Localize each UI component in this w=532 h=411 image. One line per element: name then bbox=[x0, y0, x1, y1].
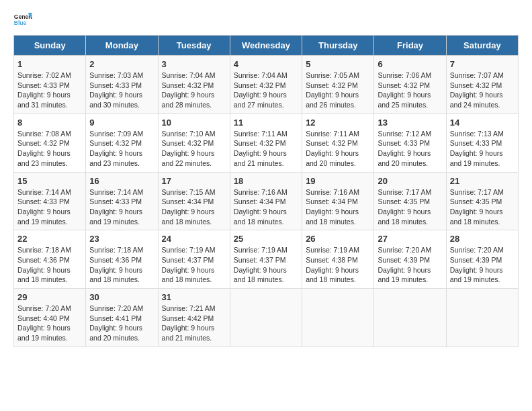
day-sunrise: Sunrise: 7:06 AMSunset: 4:32 PMDaylight:… bbox=[378, 71, 431, 109]
day-number: 26 bbox=[306, 234, 370, 244]
calendar-cell: 23 Sunrise: 7:18 AMSunset: 4:36 PMDaylig… bbox=[86, 230, 158, 289]
calendar-cell: 4 Sunrise: 7:04 AMSunset: 4:32 PMDayligh… bbox=[230, 56, 302, 114]
day-sunrise: Sunrise: 7:03 AMSunset: 4:33 PMDaylight:… bbox=[89, 71, 143, 109]
day-number: 29 bbox=[17, 292, 82, 302]
calendar-cell: 22 Sunrise: 7:18 AMSunset: 4:36 PMDaylig… bbox=[14, 230, 86, 289]
day-sunrise: Sunrise: 7:17 AMSunset: 4:35 PMDaylight:… bbox=[378, 188, 431, 226]
day-number: 13 bbox=[378, 118, 442, 128]
calendar-cell: 10 Sunrise: 7:10 AMSunset: 4:32 PMDaylig… bbox=[158, 113, 230, 172]
day-sunrise: Sunrise: 7:18 AMSunset: 4:36 PMDaylight:… bbox=[17, 246, 71, 283]
day-number: 20 bbox=[378, 176, 442, 186]
logo-icon: General Blue bbox=[13, 11, 32, 30]
day-sunrise: Sunrise: 7:04 AMSunset: 4:32 PMDaylight:… bbox=[234, 71, 287, 109]
calendar-cell: 12 Sunrise: 7:11 AMSunset: 4:32 PMDaylig… bbox=[302, 113, 374, 172]
calendar-cell: 16 Sunrise: 7:14 AMSunset: 4:33 PMDaylig… bbox=[86, 172, 158, 230]
day-sunrise: Sunrise: 7:14 AMSunset: 4:33 PMDaylight:… bbox=[17, 188, 71, 226]
calendar-cell: 25 Sunrise: 7:19 AMSunset: 4:37 PMDaylig… bbox=[230, 230, 302, 289]
day-sunrise: Sunrise: 7:19 AMSunset: 4:37 PMDaylight:… bbox=[162, 246, 216, 283]
day-sunrise: Sunrise: 7:11 AMSunset: 4:32 PMDaylight:… bbox=[306, 130, 359, 167]
day-header-tuesday: Tuesday bbox=[158, 36, 230, 56]
day-sunrise: Sunrise: 7:21 AMSunset: 4:42 PMDaylight:… bbox=[162, 304, 216, 342]
day-sunrise: Sunrise: 7:15 AMSunset: 4:34 PMDaylight:… bbox=[162, 188, 216, 226]
day-sunrise: Sunrise: 7:09 AMSunset: 4:32 PMDaylight:… bbox=[89, 130, 143, 167]
calendar-cell: 20 Sunrise: 7:17 AMSunset: 4:35 PMDaylig… bbox=[374, 172, 446, 230]
day-header-wednesday: Wednesday bbox=[230, 36, 302, 56]
calendar-cell: 21 Sunrise: 7:17 AMSunset: 4:35 PMDaylig… bbox=[446, 172, 518, 230]
calendar-wrapper: SundayMondayTuesdayWednesdayThursdayFrid… bbox=[13, 35, 519, 347]
day-sunrise: Sunrise: 7:16 AMSunset: 4:34 PMDaylight:… bbox=[234, 188, 287, 226]
svg-text:Blue: Blue bbox=[14, 19, 27, 26]
day-sunrise: Sunrise: 7:13 AMSunset: 4:33 PMDaylight:… bbox=[450, 130, 504, 167]
day-number: 16 bbox=[89, 176, 154, 186]
day-number: 7 bbox=[450, 59, 515, 69]
day-number: 2 bbox=[89, 59, 154, 69]
calendar-cell: 8 Sunrise: 7:08 AMSunset: 4:32 PMDayligh… bbox=[14, 113, 86, 172]
day-sunrise: Sunrise: 7:14 AMSunset: 4:33 PMDaylight:… bbox=[89, 188, 143, 226]
day-number: 3 bbox=[162, 59, 226, 69]
day-number: 30 bbox=[89, 292, 154, 302]
day-sunrise: Sunrise: 7:02 AMSunset: 4:33 PMDaylight:… bbox=[17, 71, 71, 109]
day-sunrise: Sunrise: 7:07 AMSunset: 4:32 PMDaylight:… bbox=[450, 71, 504, 109]
day-number: 12 bbox=[306, 118, 370, 128]
calendar-table: SundayMondayTuesdayWednesdayThursdayFrid… bbox=[13, 35, 519, 347]
calendar-cell bbox=[230, 289, 302, 347]
day-number: 23 bbox=[89, 234, 154, 244]
logo: General Blue bbox=[13, 11, 27, 30]
calendar-cell: 2 Sunrise: 7:03 AMSunset: 4:33 PMDayligh… bbox=[86, 56, 158, 114]
calendar-week-4: 22 Sunrise: 7:18 AMSunset: 4:36 PMDaylig… bbox=[14, 230, 519, 289]
calendar-cell: 9 Sunrise: 7:09 AMSunset: 4:32 PMDayligh… bbox=[86, 113, 158, 172]
day-sunrise: Sunrise: 7:18 AMSunset: 4:36 PMDaylight:… bbox=[89, 246, 143, 283]
calendar-cell: 31 Sunrise: 7:21 AMSunset: 4:42 PMDaylig… bbox=[158, 289, 230, 347]
day-sunrise: Sunrise: 7:20 AMSunset: 4:40 PMDaylight:… bbox=[17, 304, 71, 342]
day-sunrise: Sunrise: 7:20 AMSunset: 4:41 PMDaylight:… bbox=[89, 304, 143, 342]
calendar-cell: 6 Sunrise: 7:06 AMSunset: 4:32 PMDayligh… bbox=[374, 56, 446, 114]
days-header-row: SundayMondayTuesdayWednesdayThursdayFrid… bbox=[14, 36, 519, 56]
day-number: 24 bbox=[162, 234, 226, 244]
day-sunrise: Sunrise: 7:12 AMSunset: 4:33 PMDaylight:… bbox=[378, 130, 431, 167]
day-sunrise: Sunrise: 7:11 AMSunset: 4:32 PMDaylight:… bbox=[234, 130, 287, 167]
calendar-cell: 5 Sunrise: 7:05 AMSunset: 4:32 PMDayligh… bbox=[302, 56, 374, 114]
day-number: 9 bbox=[89, 118, 154, 128]
day-number: 25 bbox=[234, 234, 298, 244]
day-number: 11 bbox=[234, 118, 298, 128]
calendar-cell: 14 Sunrise: 7:13 AMSunset: 4:33 PMDaylig… bbox=[446, 113, 518, 172]
calendar-cell: 7 Sunrise: 7:07 AMSunset: 4:32 PMDayligh… bbox=[446, 56, 518, 114]
calendar-cell: 24 Sunrise: 7:19 AMSunset: 4:37 PMDaylig… bbox=[158, 230, 230, 289]
day-header-sunday: Sunday bbox=[14, 36, 86, 56]
day-sunrise: Sunrise: 7:17 AMSunset: 4:35 PMDaylight:… bbox=[450, 188, 504, 226]
day-number: 10 bbox=[162, 118, 226, 128]
day-sunrise: Sunrise: 7:20 AMSunset: 4:39 PMDaylight:… bbox=[378, 246, 431, 283]
day-header-monday: Monday bbox=[86, 36, 158, 56]
day-number: 17 bbox=[162, 176, 226, 186]
day-number: 1 bbox=[17, 59, 82, 69]
day-number: 21 bbox=[450, 176, 515, 186]
day-number: 19 bbox=[306, 176, 370, 186]
day-number: 6 bbox=[378, 59, 442, 69]
calendar-cell: 11 Sunrise: 7:11 AMSunset: 4:32 PMDaylig… bbox=[230, 113, 302, 172]
day-number: 14 bbox=[450, 118, 515, 128]
day-number: 27 bbox=[378, 234, 442, 244]
calendar-cell: 29 Sunrise: 7:20 AMSunset: 4:40 PMDaylig… bbox=[14, 289, 86, 347]
day-number: 31 bbox=[162, 292, 226, 302]
day-number: 15 bbox=[17, 176, 82, 186]
day-sunrise: Sunrise: 7:04 AMSunset: 4:32 PMDaylight:… bbox=[162, 71, 216, 109]
page-header: General Blue bbox=[13, 11, 519, 30]
calendar-week-5: 29 Sunrise: 7:20 AMSunset: 4:40 PMDaylig… bbox=[14, 289, 519, 347]
calendar-cell: 30 Sunrise: 7:20 AMSunset: 4:41 PMDaylig… bbox=[86, 289, 158, 347]
calendar-week-1: 1 Sunrise: 7:02 AMSunset: 4:33 PMDayligh… bbox=[14, 56, 519, 114]
calendar-cell bbox=[446, 289, 518, 347]
calendar-cell bbox=[374, 289, 446, 347]
calendar-cell: 27 Sunrise: 7:20 AMSunset: 4:39 PMDaylig… bbox=[374, 230, 446, 289]
day-sunrise: Sunrise: 7:10 AMSunset: 4:32 PMDaylight:… bbox=[162, 130, 216, 167]
calendar-cell: 28 Sunrise: 7:20 AMSunset: 4:39 PMDaylig… bbox=[446, 230, 518, 289]
day-sunrise: Sunrise: 7:19 AMSunset: 4:38 PMDaylight:… bbox=[306, 246, 359, 283]
day-sunrise: Sunrise: 7:08 AMSunset: 4:32 PMDaylight:… bbox=[17, 130, 71, 167]
day-number: 18 bbox=[234, 176, 298, 186]
calendar-week-3: 15 Sunrise: 7:14 AMSunset: 4:33 PMDaylig… bbox=[14, 172, 519, 230]
calendar-week-2: 8 Sunrise: 7:08 AMSunset: 4:32 PMDayligh… bbox=[14, 113, 519, 172]
calendar-cell: 26 Sunrise: 7:19 AMSunset: 4:38 PMDaylig… bbox=[302, 230, 374, 289]
calendar-cell: 19 Sunrise: 7:16 AMSunset: 4:34 PMDaylig… bbox=[302, 172, 374, 230]
day-number: 22 bbox=[17, 234, 82, 244]
day-header-saturday: Saturday bbox=[446, 36, 518, 56]
day-header-thursday: Thursday bbox=[302, 36, 374, 56]
